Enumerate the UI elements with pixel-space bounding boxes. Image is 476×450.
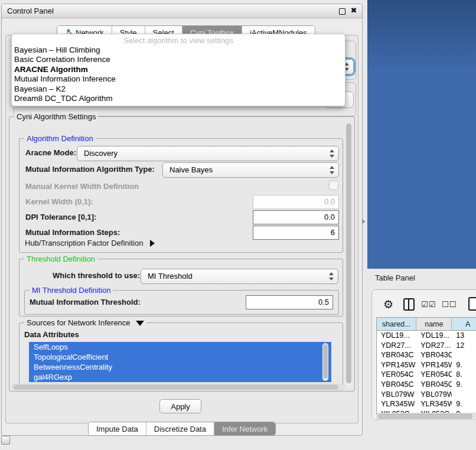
- combo-arrows-icon: [329, 272, 334, 281]
- attribute-item[interactable]: gal4RGexp: [29, 372, 331, 382]
- tab-impute-data[interactable]: Impute Data: [89, 422, 146, 435]
- mi-threshold-label: Mutual Information Threshold:: [30, 298, 141, 306]
- mi-type-combobox[interactable]: Naive Bayes: [162, 162, 339, 178]
- table-cell: YBR043C: [377, 350, 416, 360]
- expander-down-arrow-icon[interactable]: [136, 321, 144, 326]
- table-cell: 13: [452, 331, 476, 341]
- tab-label: Infer Network: [222, 425, 268, 433]
- attribute-item[interactable]: SelfLoops: [29, 342, 331, 352]
- cyni-algorithm-settings-group: Cyni Algorithm Settings Algorithm Defini…: [9, 116, 355, 392]
- tab-label: Impute Data: [96, 425, 138, 433]
- dpi-tolerance-label: DPI Tolerance [0,1]:: [25, 213, 96, 221]
- aracne-mode-value: Discovery: [84, 149, 118, 158]
- node-table[interactable]: shared...nameA YDL19...YDL19...13YDR27..…: [376, 317, 476, 414]
- apply-button-label: Apply: [171, 402, 190, 411]
- manual-kernel-checkbox[interactable]: [329, 181, 338, 190]
- tab-infer-network[interactable]: Infer Network: [214, 422, 275, 435]
- tab-discretize-data[interactable]: Discretize Data: [146, 422, 214, 435]
- algorithm-option[interactable]: Dream8 DC_TDC Algorithm: [12, 94, 345, 103]
- cyni-bottom-tabs: Impute DataDiscretize DataInfer Network: [88, 422, 276, 436]
- column-header[interactable]: shared...: [377, 318, 416, 330]
- mi-type-label: Mutual Information Algorithm Type:: [25, 165, 155, 174]
- unselect-all-columns-icon[interactable]: ☐☐: [442, 300, 457, 309]
- sources-title-text: Sources for Network Inference: [27, 318, 131, 327]
- algorithm-option[interactable]: Bayesian – K2: [12, 84, 345, 94]
- table-cell: 8.: [452, 370, 476, 380]
- mi-steps-label: Mutual Information Steps:: [25, 228, 120, 237]
- table-panel-title: Table Panel: [375, 273, 415, 282]
- hub-tf-expander[interactable]: Hub/Transcription Factor Definition: [25, 239, 155, 247]
- settings-vertical-scrollbar[interactable]: [345, 122, 352, 386]
- mi-steps-field[interactable]: 6: [253, 226, 339, 240]
- table-cell: YBL079W: [416, 390, 452, 400]
- attribute-item[interactable]: TopologicalCoefficient: [29, 352, 331, 362]
- control-panel-titlebar[interactable]: Control Panel ✖: [2, 4, 362, 18]
- popup-placeholder: Select algorithm to view settings: [12, 36, 345, 45]
- gear-icon[interactable]: ⚙: [383, 298, 393, 311]
- screenshot-root: Control Panel ✖ NetworkStyleSelectCyni T…: [0, 0, 476, 450]
- table-row[interactable]: YDL19...YDL19...13: [377, 331, 476, 341]
- algorithm-option[interactable]: Mutual Information Inference: [12, 74, 345, 84]
- column-header[interactable]: name: [416, 318, 452, 330]
- table-row[interactable]: YBR043CYBR043C: [377, 350, 476, 360]
- table-row[interactable]: YPR145WYPR145W9.: [377, 360, 476, 370]
- algorithm-definition-group: Algorithm Definition Aracne Mode: Discov…: [19, 138, 343, 253]
- data-attributes-list[interactable]: SelfLoopsTopologicalCoefficientBetweenne…: [29, 342, 331, 382]
- dock-panel-icon[interactable]: [1, 436, 10, 445]
- mi-steps-value: 6: [331, 228, 335, 237]
- threshold-definition-group: Threshold Definition Which threshold to …: [19, 259, 343, 317]
- tab-label: Discretize Data: [154, 425, 206, 433]
- settings-group-title: Cyni Algorithm Settings: [14, 112, 98, 121]
- combo-arrows-icon: [330, 149, 334, 158]
- table-cell: 12: [452, 341, 476, 351]
- table-cell: YBR045C: [416, 380, 452, 390]
- table-row[interactable]: YLR345WYLR345W9.: [377, 399, 476, 409]
- import-table-icon[interactable]: [468, 297, 476, 311]
- table-cell: YBR043C: [416, 350, 452, 360]
- float-window-icon[interactable]: [339, 8, 345, 15]
- which-threshold-value: MI Threshold: [148, 272, 193, 281]
- table-cell: YPR145W: [416, 360, 452, 370]
- select-all-columns-icon[interactable]: ☑☑: [421, 300, 436, 309]
- algorithm-definition-title: Algorithm Definition: [24, 134, 96, 143]
- table-row[interactable]: YER054CYER054C8.: [377, 370, 476, 380]
- table-cell: [452, 350, 476, 360]
- mi-threshold-field[interactable]: 0.5: [246, 295, 333, 309]
- algorithm-option[interactable]: Basic Correlation Inference: [12, 55, 345, 64]
- table-panel-card: ⚙ ☑☑ ☐☐ shared...nameA YDL19...YDL19...1…: [371, 289, 476, 420]
- aracne-mode-label: Aracne Mode:: [25, 148, 76, 157]
- attribute-item[interactable]: BetweennessCentrality: [29, 362, 331, 372]
- algorithm-dropdown-popup: Select algorithm to view settings Bayesi…: [11, 34, 345, 106]
- apply-button[interactable]: Apply: [159, 399, 201, 413]
- table-row[interactable]: YDR27...YDR27...12: [377, 341, 476, 351]
- table-cell: YDR27...: [416, 341, 452, 351]
- settings-horizontal-scrollbar[interactable]: [12, 384, 345, 390]
- table-row[interactable]: YBR045CYBR045C9.: [377, 380, 476, 390]
- table-cell: YDR27...: [377, 341, 416, 351]
- which-threshold-combobox[interactable]: MI Threshold: [141, 269, 338, 284]
- threshold-definition-title: Threshold Definition: [24, 255, 97, 263]
- table-cell: YDL19...: [377, 331, 416, 341]
- attributes-list-scrollbar[interactable]: [322, 343, 328, 381]
- table-row[interactable]: YBL079WYBL079W: [377, 390, 476, 400]
- table-horizontal-scrollbar[interactable]: [376, 413, 476, 420]
- panel-splitter-arrow-icon[interactable]: [362, 219, 366, 224]
- table-header-row: shared...nameA: [377, 318, 476, 331]
- close-icon[interactable]: ✖: [350, 7, 357, 14]
- aracne-mode-combobox[interactable]: Discovery: [77, 146, 339, 161]
- table-cell: YBR045C: [377, 380, 416, 390]
- table-cell: 9.: [452, 380, 476, 390]
- kernel-width-field[interactable]: 0.0: [253, 195, 339, 209]
- dpi-tolerance-field[interactable]: 0.0: [253, 210, 339, 224]
- table-cell: YER054C: [377, 370, 416, 380]
- column-header[interactable]: A: [452, 318, 476, 330]
- split-columns-icon[interactable]: [403, 298, 415, 311]
- kernel-width-value: 0.0: [324, 197, 335, 206]
- table-cell: 9.: [452, 399, 476, 409]
- control-panel-window: Control Panel ✖ NetworkStyleSelectCyni T…: [1, 4, 363, 436]
- table-cell: YER054C: [416, 370, 452, 380]
- algorithm-option[interactable]: ARACNE Algorithm: [12, 65, 345, 74]
- data-attributes-label: Data Attributes: [24, 330, 79, 339]
- algorithm-option[interactable]: Bayesian – Hill Climbing: [12, 45, 345, 55]
- manual-kernel-label: Manual Kernel Width Definition: [25, 182, 139, 191]
